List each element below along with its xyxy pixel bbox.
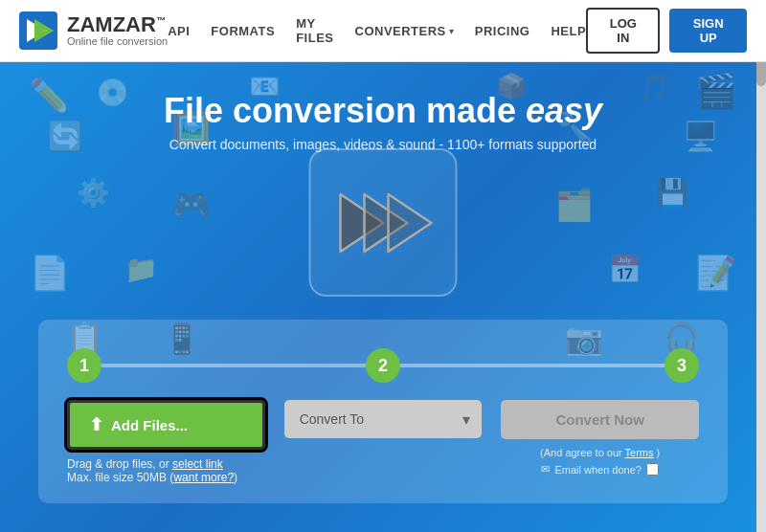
logo-name-text: ZAMZAR [67, 12, 156, 36]
header-actions: LOG IN SIGN UP [586, 8, 747, 54]
nav-formats[interactable]: FORMATS [211, 24, 275, 38]
drag-drop-text: Drag & drop files, or select link Max. f… [67, 457, 265, 484]
action-col-add-files: ⬆ Add Files... Drag & drop files, or sel… [67, 400, 265, 484]
agree-close: ) [657, 447, 661, 458]
nav-api[interactable]: API [168, 24, 190, 38]
logo-text-group: ZAMZAR™ Online file conversion [67, 14, 168, 47]
logo-tagline: Online file conversion [67, 35, 168, 47]
upload-icon: ⬆ [89, 414, 103, 435]
want-more-link[interactable]: want more? [173, 471, 234, 484]
bg-icon-note: 📝 [695, 254, 737, 293]
zamzar-logo-icon [19, 11, 57, 50]
convert-to-wrapper: Convert To [284, 400, 483, 438]
nav-pricing[interactable]: PRICING [475, 24, 530, 38]
agree-text: (And agree to our Terms ) [501, 447, 699, 458]
main-nav: API FORMATS MY FILES CONVERTERS ▾ PRICIN… [168, 16, 586, 45]
hero-text: File conversion made easy Convert docume… [0, 62, 766, 152]
bg-icon-calendar: 📅 [608, 254, 642, 285]
step-line-2 [395, 364, 669, 367]
signup-button[interactable]: SIGN UP [669, 9, 747, 53]
select-link[interactable]: select link [172, 457, 223, 471]
chevron-down-icon: ▾ [449, 26, 454, 36]
bg-icon-doc: 📄 [29, 254, 71, 293]
agree-text-static: (And agree to our [540, 447, 622, 458]
email-icon: ✉ [541, 463, 550, 476]
terms-link[interactable]: Terms [625, 447, 654, 458]
actions-row: ⬆ Add Files... Drag & drop files, or sel… [67, 400, 699, 484]
center-logo-box [309, 148, 458, 297]
logo-area: ZAMZAR™ Online file conversion [19, 11, 168, 50]
nav-my-files[interactable]: MY FILES [296, 16, 333, 45]
convert-to-select[interactable]: Convert To [284, 400, 483, 438]
bg-icon-gamepad: 🎮 [172, 187, 211, 223]
conversion-card: 1 2 3 ⬆ Add Files... Drag & drop files, … [38, 320, 728, 503]
drag-text-static: Drag & drop files, or [67, 457, 169, 471]
logo-name: ZAMZAR™ [67, 14, 168, 35]
login-button[interactable]: LOG IN [586, 8, 660, 54]
nav-help[interactable]: HELP [551, 24, 586, 38]
step-1-circle: 1 [67, 348, 101, 383]
steps-row: 1 2 3 [67, 348, 699, 383]
logo-tm: ™ [156, 15, 166, 26]
add-files-label: Add Files... [111, 417, 188, 433]
bg-icon-archive: 🗂️ [555, 187, 594, 223]
convert-now-button[interactable]: Convert Now [501, 400, 699, 439]
header: ZAMZAR™ Online file conversion API FORMA… [0, 0, 766, 62]
step-2-circle: 2 [366, 348, 400, 383]
email-checkbox[interactable] [646, 463, 659, 476]
step-3-circle: 3 [665, 348, 699, 383]
bg-icon-folder: 📁 [124, 254, 158, 285]
action-col-convert-now: Convert Now (And agree to our Terms ) ✉ … [501, 400, 699, 476]
add-files-button[interactable]: ⬆ Add Files... [67, 400, 265, 450]
svg-marker-5 [388, 194, 431, 252]
nav-converters-link[interactable]: CONVERTERS [355, 24, 446, 38]
bg-icon-settings: ⚙️ [77, 177, 110, 209]
hero-title: File conversion made easy [0, 91, 766, 131]
center-arrows-icon [330, 180, 436, 266]
want-more-close: ) [234, 471, 237, 484]
email-row: ✉ Email when done? [501, 463, 699, 476]
hero-title-easy: easy [526, 91, 602, 130]
email-label: Email when done? [554, 464, 642, 476]
center-logo [309, 148, 458, 297]
hero-title-part1: File conversion made [164, 91, 526, 130]
bg-icon-floppy: 💾 [656, 177, 689, 209]
nav-converters[interactable]: CONVERTERS ▾ [355, 24, 454, 38]
hero-section: ✏️ 💿 🖼️ 📧 🔄 ⚙️ 🎮 📄 📁 📋 📱 🎬 🎵 🔧 📦 🖥️ 💾 🗂️… [0, 62, 766, 532]
max-size-text: Max. file size 50MB ( [67, 471, 173, 484]
action-col-convert-to: Convert To [284, 400, 483, 438]
step-line-1 [97, 364, 371, 367]
